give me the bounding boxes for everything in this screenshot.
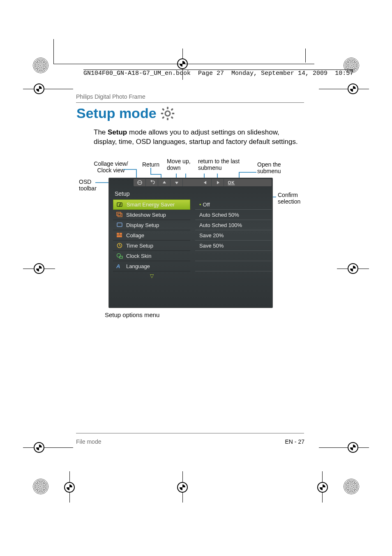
rule-top [76,102,304,103]
book-header-time: 10:57 [335,70,353,77]
osd-diagram: Collage view/ Clock view Return Move up,… [79,158,304,318]
footer-left: File mode [76,438,101,445]
intro-paragraph: The Setup mode allows you to adjust sett… [94,128,299,147]
reg-line [69,492,70,503]
reg-line [357,447,369,448]
crop-mark-tl [33,58,48,73]
intro-bold: Setup [108,128,127,136]
submenu-label: Save 20% [199,232,224,239]
svg-rect-20 [120,256,122,258]
reg-line [23,89,35,89]
submenu-label: Auto Sched 50% [199,212,239,218]
toolbar-left-icon[interactable] [199,179,212,186]
svg-point-19 [117,254,121,257]
submenu-item-empty [195,251,272,261]
crop-mark-br [344,479,359,494]
book-header: GN104F00_GN-A18-G7_UM_en.book Page 27 Mo… [76,63,353,77]
submenu-item-save20[interactable]: Save 20% [195,230,272,241]
intro-pre: The [94,128,108,136]
label-open-submenu: Open the submenu [257,161,281,174]
label-return: Return [142,161,159,168]
svg-rect-4 [172,113,174,114]
clock-icon [116,243,123,248]
clockskin-icon [116,253,123,259]
menu-item-slideshow[interactable]: Slideshow Setup [113,210,190,220]
svg-rect-16 [120,233,122,235]
svg-point-0 [165,111,170,116]
osd-toolbar: OK [134,179,272,186]
menu-label: Slideshow Setup [126,212,166,218]
reg-mark-left-top [34,83,44,94]
submenu-item-save50[interactable]: Save 50% [195,241,272,251]
label-confirm: Confirm selection [278,192,300,205]
osd-submenu: Off Auto Sched 50% Auto Sched 100% Save … [195,199,272,271]
svg-rect-14 [117,223,122,227]
diagram-caption: Setup options menu [105,311,159,318]
toolbar-down-icon[interactable] [171,179,183,186]
page-title-row: Setup mode [76,105,175,121]
toolbar-right-icon[interactable] [212,179,224,186]
svg-rect-3 [161,113,163,114]
toolbar-collage-icon[interactable] [134,179,146,186]
display-icon [116,222,123,228]
menu-label: Clock Skin [126,253,151,259]
menu-label: Time Setup [126,243,153,249]
running-head: Philips Digital Photo Frame [76,93,145,100]
toolbar-up-icon[interactable] [158,179,171,186]
menu-item-display[interactable]: Display Setup [113,220,190,230]
reg-line [182,492,183,503]
menu-label: Display Setup [126,222,159,228]
reg-line [357,269,369,269]
menu-label: Language [126,263,150,269]
svg-rect-5 [161,108,164,111]
collage-icon [116,232,123,238]
slideshow-icon [116,212,123,218]
reg-mark-left-mid [34,263,44,274]
menu-item-smart-energy[interactable]: Smart Energy Saver [113,199,190,210]
menu-label: Smart Energy Saver [127,202,175,208]
reg-mark-left-bot [34,442,44,453]
toolbar-ok-button[interactable]: OK [224,179,239,186]
submenu-item-auto100[interactable]: Auto Sched 100% [195,220,272,230]
menu-item-language[interactable]: A Language [113,261,190,271]
svg-rect-6 [171,108,173,111]
footer-right: EN - 27 [285,438,304,445]
submenu-label: Off [203,202,210,208]
submenu-item-auto50[interactable]: Auto Sched 50% [195,210,272,220]
submenu-label: Auto Sched 100% [199,222,242,228]
svg-rect-2 [167,118,168,120]
reg-mark-right-mid [348,263,358,274]
menu-item-collage[interactable]: Collage [113,230,190,241]
reg-line [322,492,323,503]
menu-item-clockskin[interactable]: Clock Skin [113,251,190,261]
reg-mark-right-top [348,83,358,94]
toolbar-return-icon[interactable] [146,179,158,186]
osd-panel: OK Setup Smart Energy Saver Slideshow Se… [108,178,273,308]
label-collage-clock: Collage view/ Clock view [90,160,131,174]
label-osd-toolbar: OSD toolbar [79,178,97,192]
menu-label: Collage [126,232,144,239]
submenu-item-off[interactable]: Off [195,199,272,210]
label-moveupdown: Move up, down [167,158,191,171]
svg-rect-15 [117,233,119,235]
menu-item-time[interactable]: Time Setup [113,241,190,251]
svg-rect-13 [118,213,122,217]
svg-rect-7 [161,116,164,119]
smart-energy-icon [117,202,123,208]
svg-rect-1 [167,107,168,109]
osd-setup-title: Setup [115,190,130,197]
reg-mark-right-bot [348,442,358,453]
book-header-prefix: GN104F00_GN-A18-G7_UM_en.book Page 27 Mo… [83,70,335,77]
svg-rect-12 [117,212,121,215]
reg-line [23,447,35,448]
language-icon: A [116,263,123,269]
gear-icon [161,107,175,120]
svg-rect-8 [171,116,173,119]
osd-menu: Smart Energy Saver Slideshow Setup Displ… [113,199,190,280]
menu-scroll-down-icon[interactable]: ▽ [113,271,190,280]
toolbar-ok-label: OK [228,181,235,185]
svg-rect-17 [117,235,122,237]
label-return-last: return to the last submenu [198,158,240,171]
submenu-item-empty [195,261,272,271]
reg-line [357,89,369,89]
